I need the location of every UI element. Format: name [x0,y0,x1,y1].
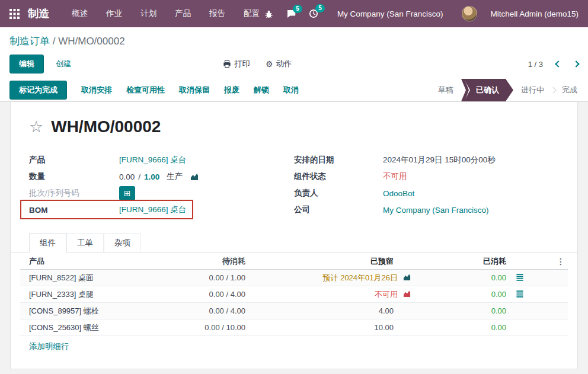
favorite-star-icon[interactable]: ☆ [29,119,43,135]
user-menu[interactable]: Mitchell Admin (demo15) [490,9,579,18]
page: 制造 概述 作业 计划 产品 报告 配置 5 [0,0,588,374]
action-menu[interactable]: ⚙ 动作 [266,59,292,69]
quantity-forecast-button[interactable] [190,172,199,181]
availability-label: 组件状态 [294,171,383,182]
form-view-background: ☆ WH/MO/00002 产品 [FURN_9666] 桌台 数量 0.00 … [0,102,588,374]
app-brand[interactable]: 制造 [28,7,49,21]
area-chart-icon [402,290,411,298]
row-consumed: 0.00 [411,273,524,283]
create-button[interactable]: 创建 [56,59,71,69]
consumed-value: 0.00 [491,273,506,282]
printer-icon [223,60,231,68]
edit-button[interactable]: 编辑 [9,55,44,73]
mark-done-button[interactable]: 标记为完成 [9,81,67,100]
user-avatar[interactable] [462,6,477,21]
form-sheet: ☆ WH/MO/00002 产品 [FURN_9666] 桌台 数量 0.00 … [10,102,578,369]
add-lot-button[interactable]: ⊞ [119,186,135,200]
unplan-button[interactable]: 取消安排 [81,85,112,95]
unlock-button[interactable]: 解锁 [254,85,269,95]
pager-value: 1 / 3 [528,60,543,69]
nav-item-overview[interactable]: 概述 [72,8,88,19]
nav-item-products[interactable]: 产品 [175,8,191,19]
statusbar: 标记为完成 取消安排 检查可用性 取消保留 报废 解锁 取消 草稿 已确认 进行… [0,79,588,102]
state-confirmed[interactable]: 已确认 [464,79,513,101]
row-product[interactable]: [CONS_25630] 螺丝 [20,322,186,333]
row-to-consume: 0.00 / 4.00 [186,306,245,315]
scheduled-date-value: 2024年01月29日 15时00分00秒 [383,155,496,165]
tab-work-orders[interactable]: 工单 [66,233,104,253]
header-consumed[interactable]: 已消耗 [411,256,524,267]
quantity-label: 数量 [29,171,119,182]
move-details-button[interactable] [516,273,524,283]
field-lot: 批次/序列号码 ⊞ [29,185,294,202]
table-row[interactable]: [FURN_2333] 桌腿 0.00 / 4.00 不可用 0.00 [20,286,568,303]
top-nav: 制造 概述 作业 计划 产品 报告 配置 5 [0,0,588,27]
list-icon [516,273,524,281]
state-done[interactable]: 完成 [554,79,588,101]
debug-bug-icon[interactable] [264,9,273,18]
table-header: 产品 待消耗 已预留 已消耗 ⋮ [20,253,568,270]
control-panel-buttons: 编辑 创建 打印 ⚙ 动作 1 / 3 [9,55,579,73]
move-details-button[interactable] [516,290,524,299]
optional-columns-icon[interactable]: ⋮ [554,257,568,266]
add-line-button[interactable]: 添加明细行 [29,342,69,351]
field-availability: 组件状态 不可用 [294,168,559,185]
forecast-report-button[interactable] [402,290,411,299]
row-product[interactable]: [FURN_2333] 桌腿 [20,289,186,300]
notebook-tabs: 组件 工单 杂项 [11,232,577,253]
header-product[interactable]: 产品 [20,256,186,267]
company-switcher[interactable]: My Company (San Francisco) [331,9,449,18]
breadcrumb-parent[interactable]: 制造订单 [9,36,50,47]
nav-item-planning[interactable]: 计划 [140,8,156,19]
row-consumed: 0.00 [411,323,524,332]
plus-square-icon: ⊞ [124,189,131,197]
unreserve-button[interactable]: 取消保留 [179,85,210,95]
company-value[interactable]: My Company (San Francisco) [383,206,489,215]
cancel-button[interactable]: 取消 [283,85,299,95]
action-label: 动作 [276,59,292,69]
nav-item-reporting[interactable]: 报告 [209,8,225,19]
table-row[interactable]: [CONS_25630] 螺丝 0.00 / 10.00 10.00 0.00 [20,319,568,336]
field-quantity: 数量 0.00 / 1.00 生产 [29,168,294,185]
field-responsible: 负责人 OdooBot [294,185,559,202]
nav-right: 5 5 My Company (San Francisco) Mitchell … [264,6,579,21]
row-product[interactable]: [FURN_8522] 桌面 [20,273,186,283]
breadcrumb-separator: / [53,36,58,47]
row-to-consume: 0.00 / 10.00 [186,323,245,332]
tab-miscellaneous[interactable]: 杂项 [104,233,141,253]
field-column-right: 安排的日期 2024年01月29日 15时00分00秒 组件状态 不可用 负责人… [294,152,559,218]
gear-icon: ⚙ [266,59,273,69]
apps-menu-icon[interactable] [9,9,20,19]
pager-previous-icon[interactable] [555,60,561,67]
reserved-value: 4.00 [379,306,394,315]
scrap-button[interactable]: 报废 [224,85,239,95]
bom-label: BOM [29,206,119,215]
title-row: ☆ WH/MO/00002 [11,117,577,136]
produce-button[interactable]: 生产 [167,171,183,182]
activities-button[interactable]: 5 [309,9,318,18]
table-row[interactable]: [FURN_8522] 桌面 0.00 / 1.00 预计 2024年01月26… [20,270,568,286]
responsible-value[interactable]: OdooBot [383,189,414,198]
messages-button[interactable]: 5 [286,9,296,18]
components-table: 产品 待消耗 已预留 已消耗 ⋮ [FURN_8522] 桌面 0.00 / 1… [20,253,568,336]
header-reserved[interactable]: 已预留 [245,256,411,267]
state-progress[interactable]: 进行中 [513,79,552,101]
row-product[interactable]: [CONS_89957] 螺栓 [20,306,186,317]
area-chart-icon [402,273,411,281]
tab-components[interactable]: 组件 [29,233,66,253]
table-row[interactable]: [CONS_89957] 螺栓 0.00 / 4.00 4.00 0.00 [20,303,568,319]
header-to-consume[interactable]: 待消耗 [186,256,245,267]
nav-item-configuration[interactable]: 配置 [244,8,260,19]
state-draft[interactable]: 草稿 [430,79,461,101]
activities-badge: 5 [315,4,325,12]
check-availability-button[interactable]: 检查可用性 [126,85,165,95]
bom-value[interactable]: [FURN_9666] 桌台 [119,204,186,215]
forecast-report-button[interactable] [402,273,411,283]
product-value[interactable]: [FURN_9666] 桌台 [119,155,186,165]
nav-item-operations[interactable]: 作业 [106,8,122,19]
print-menu[interactable]: 打印 [223,59,250,69]
row-to-consume: 0.00 / 4.00 [186,290,245,299]
row-reserved: 预计 2024年01月26日 [245,273,411,283]
pager-next-icon[interactable] [573,60,579,67]
messages-badge: 5 [293,5,302,13]
